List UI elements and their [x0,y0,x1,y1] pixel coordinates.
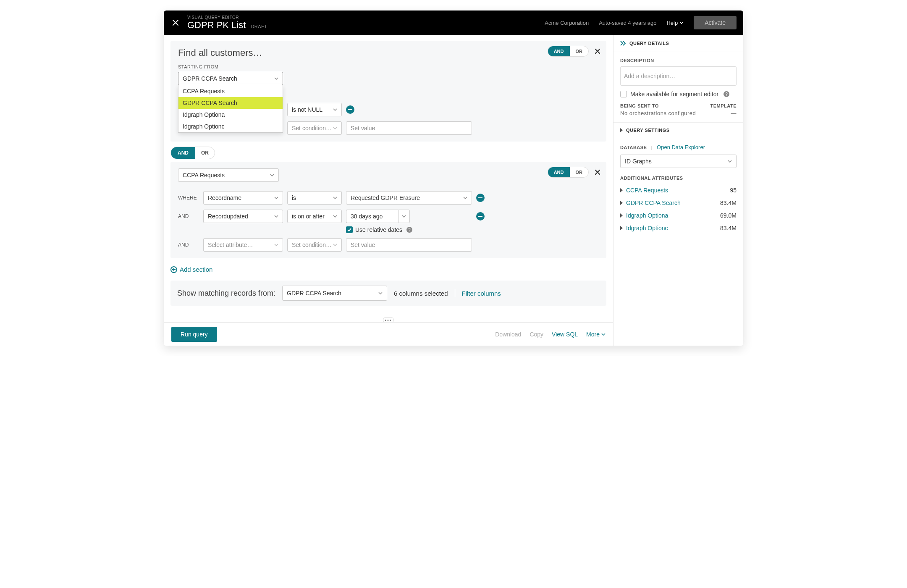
svg-rect-2 [478,216,482,217]
database-select[interactable]: ID Graphs [620,155,737,168]
attribute-name: Idgraph Optiona [626,212,668,219]
source-select-1[interactable]: GDPR CCPA Search [178,72,283,85]
condition-value: is [292,194,296,201]
attribute-select[interactable]: Recordname [203,191,283,205]
value-select[interactable]: Requested GDPR Erasure [346,191,472,205]
attribute-name: CCPA Requests [626,187,668,194]
no-orchestrations-text: No orchestrations configured [620,110,696,116]
filter-columns-link[interactable]: Filter columns [462,290,501,297]
logic-toggle[interactable]: AND OR [548,167,589,178]
chevron-down-icon [402,215,406,218]
show-matching-value: GDPR CCPA Search [287,290,341,297]
condition-select[interactable]: is not NULL [287,103,342,116]
query-settings-label: QUERY SETTINGS [626,128,670,133]
collapse-icon [620,41,626,46]
help-menu[interactable]: Help [666,20,684,26]
close-icon [595,48,600,54]
attribute-row[interactable]: CCPA Requests 95 [620,184,737,197]
editor-pane: Find all customers… STARTING FROM GDPR C… [164,35,613,346]
find-heading: Find all customers… [178,47,599,58]
org-name: Acme Corporation [545,20,589,26]
query-details-header[interactable]: QUERY DETAILS [620,41,737,46]
relative-dates-row: Use relative dates ? [346,226,599,233]
run-query-button[interactable]: Run query [171,327,217,342]
caret-right-icon [620,188,623,192]
source-select-1-value: GDPR CCPA Search [183,75,237,82]
attribute-placeholder: Select attribute… [208,242,253,248]
description-input[interactable]: Add a description… [620,66,737,86]
condition-select[interactable]: is [287,191,342,205]
close-button[interactable] [170,18,181,28]
relative-dates-label: Use relative dates [355,226,402,233]
value-input-placeholder[interactable]: Set value [346,238,472,252]
date-dropdown-button[interactable] [398,210,410,223]
remove-condition-button[interactable] [476,212,485,220]
dropdown-option[interactable]: Idgraph Optionc [178,121,283,132]
add-section-button[interactable]: Add section [170,266,606,273]
show-matching-select[interactable]: GDPR CCPA Search [282,286,387,301]
help-icon[interactable]: ? [406,227,412,233]
condition-select[interactable]: is on or after [287,210,342,223]
columns-count: 6 columns selected [394,290,448,297]
date-value-text: 30 days ago [351,213,383,220]
dropdown-option[interactable]: GDPR CCPA Search [178,97,283,109]
logic-and[interactable]: AND [548,167,570,177]
remove-block-button[interactable] [595,48,600,54]
minus-icon [348,109,352,110]
additional-attrs-label: ADDITIONAL ATTRIBUTES [620,176,737,181]
logic-or[interactable]: OR [570,167,589,177]
attribute-select-placeholder[interactable]: Select attribute… [203,238,283,252]
attribute-select[interactable]: Recordupdated [203,210,283,223]
logic-or[interactable]: OR [195,147,215,159]
condition-value: is on or after [292,213,325,220]
caret-right-icon [620,201,623,205]
attribute-list: CCPA Requests 95 GDPR CCPA Search 83.4M … [620,184,737,234]
source-select-2[interactable]: CCPA Requests [178,168,279,182]
chevron-down-icon [728,160,732,163]
attribute-value: Recordupdated [208,213,248,220]
attribute-row[interactable]: Idgraph Optiona 69.0M [620,209,737,222]
query-details-label: QUERY DETAILS [629,41,669,46]
condition-select-placeholder[interactable]: Set condition… [287,121,342,135]
chevron-down-icon [333,197,337,199]
download-button[interactable]: Download [495,331,521,338]
query-settings-header[interactable]: QUERY SETTINGS [620,128,737,133]
chevron-down-icon [463,197,467,199]
segment-editor-checkbox[interactable] [620,91,627,97]
view-sql-link[interactable]: View SQL [552,331,578,338]
attribute-count: 69.0M [720,212,737,219]
logic-toggle[interactable]: AND OR [548,46,589,57]
attribute-row[interactable]: GDPR CCPA Search 83.4M [620,197,737,209]
copy-button[interactable]: Copy [530,331,543,338]
topbar: VISUAL QUERY EDITOR GDPR PK List DRAFT A… [164,10,743,35]
dropdown-option[interactable]: Idgraph Optiona [178,109,283,121]
main-area: Find all customers… STARTING FROM GDPR C… [164,35,743,346]
minus-icon [478,216,482,217]
logic-toggle-between[interactable]: AND OR [170,147,215,159]
dropdown-option[interactable]: CCPA Requests [178,85,283,97]
check-icon [347,228,351,231]
activate-button[interactable]: Activate [694,16,737,29]
remove-condition-button[interactable] [476,194,485,202]
dropdown-option-label: Idgraph Optiona [183,111,225,118]
more-label: More [586,331,600,338]
help-icon[interactable]: ? [724,91,729,97]
logic-and[interactable]: AND [171,147,195,159]
more-menu[interactable]: More [586,331,606,338]
logic-or[interactable]: OR [570,46,589,56]
run-query-label: Run query [181,331,208,338]
template-label: TEMPLATE [710,103,737,108]
query-block-2: CCPA Requests AND OR WHERE [170,162,606,258]
date-value-input[interactable]: 30 days ago [346,210,410,223]
chevron-down-icon [601,333,606,336]
condition-select-placeholder[interactable]: Set condition… [287,238,342,252]
chevron-down-icon [274,77,278,80]
logic-and[interactable]: AND [548,46,570,56]
open-data-explorer-link[interactable]: Open Data Explorer [657,144,705,150]
and-row-label: AND [178,213,199,219]
value-input-placeholder[interactable]: Set value [346,121,472,135]
remove-block-button[interactable] [595,169,600,175]
attribute-row[interactable]: Idgraph Optionc 83.4M [620,222,737,234]
remove-condition-button[interactable] [346,105,354,114]
relative-dates-checkbox[interactable] [346,226,353,233]
